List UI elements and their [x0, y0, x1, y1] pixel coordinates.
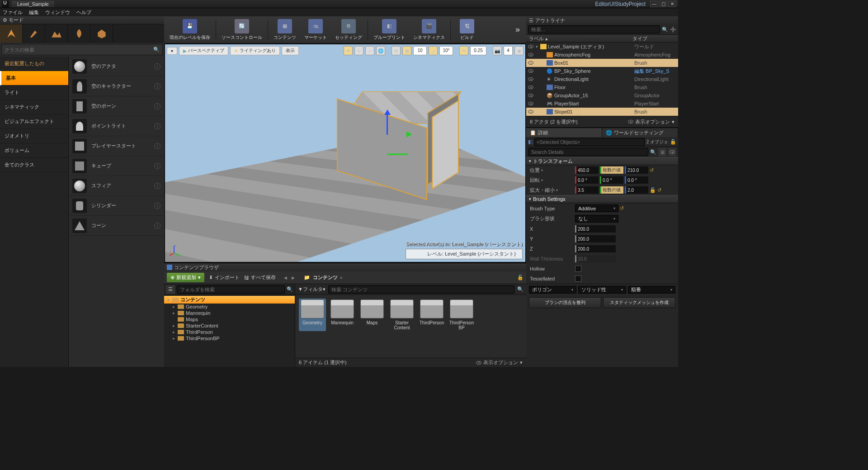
- reset-scale[interactable]: ↺: [657, 187, 661, 193]
- eye-icon[interactable]: [668, 148, 676, 156]
- rotation-z[interactable]: 0.0 °: [625, 176, 648, 184]
- location-z[interactable]: 210.0: [625, 166, 648, 174]
- location-y[interactable]: 複数の値: [600, 166, 623, 174]
- viewport-perspective[interactable]: ▶パースペクティブ: [179, 46, 228, 55]
- menu-edit[interactable]: 編集: [29, 9, 39, 16]
- outliner-box01[interactable]: Box01Brush: [526, 59, 678, 67]
- section-transform[interactable]: ▾トランスフォーム: [526, 157, 678, 165]
- tab-world-settings[interactable]: 🌐 ワールドセッティング: [602, 128, 678, 137]
- geom-polygon-dropdown[interactable]: ポリゴン▾: [529, 286, 576, 294]
- toolbar-settings[interactable]: ⚙セッティング: [331, 17, 366, 43]
- tessellated-checkbox[interactable]: [575, 275, 581, 282]
- tab-details[interactable]: 📋 詳細: [526, 128, 602, 137]
- angle-snap-toggle[interactable]: ◿: [429, 46, 438, 55]
- tree-starter[interactable]: ▸StarterContent: [164, 323, 295, 329]
- filter-button[interactable]: ▼フィルタ▾: [298, 286, 326, 293]
- grid-snap-toggle[interactable]: ▦: [402, 46, 411, 55]
- outliner-dlight[interactable]: ☀DirectionalLightDirectionalLight: [526, 75, 678, 83]
- viewport-menu[interactable]: ▾: [167, 47, 177, 55]
- folder-maps[interactable]: Maps: [359, 299, 386, 331]
- selected-objects-field[interactable]: [534, 138, 645, 146]
- category-vfx[interactable]: ビジュアルエフェクト: [0, 114, 68, 129]
- scale-x[interactable]: 3.5: [575, 186, 599, 194]
- camera-speed-value[interactable]: 4: [504, 46, 513, 55]
- menu-file[interactable]: ファイル: [3, 9, 23, 16]
- category-volumes[interactable]: ボリューム: [0, 143, 68, 158]
- close-button[interactable]: ✕: [668, 1, 676, 7]
- view-options[interactable]: 表示オプション▾: [476, 359, 523, 366]
- tree-content[interactable]: ▾コンテンツ: [164, 296, 295, 304]
- info-icon[interactable]: i: [154, 63, 160, 70]
- content-search-input[interactable]: [328, 285, 514, 294]
- level-tab[interactable]: Level_Sample: [12, 1, 54, 7]
- folder-geometry[interactable]: Geometry: [299, 299, 326, 331]
- tree-geometry[interactable]: ▸Geometry: [164, 304, 295, 310]
- camera-speed[interactable]: 📷: [493, 46, 502, 55]
- nav-forward[interactable]: ►: [291, 275, 296, 280]
- sources-toggle[interactable]: ☰: [166, 285, 175, 294]
- category-geometry[interactable]: ジオメトリ: [0, 129, 68, 143]
- grid-snap-value[interactable]: 10: [413, 46, 427, 55]
- category-basic[interactable]: 基本: [0, 71, 68, 85]
- mode-foliage[interactable]: [68, 24, 90, 43]
- outliner-floor[interactable]: FloorBrush: [526, 83, 678, 91]
- outliner-view-options[interactable]: 表示オプション▾: [628, 119, 675, 125]
- outliner-sky[interactable]: 🔵BP_Sky_Sphere編集 BP_Sky_S: [526, 67, 678, 75]
- category-recent[interactable]: 最近配置したもの: [0, 57, 68, 71]
- transform-rotate[interactable]: ↻: [354, 46, 363, 55]
- lock-icon[interactable]: 🔓: [517, 275, 524, 280]
- geom-order-dropdown[interactable]: 順番▾: [628, 286, 675, 294]
- details-search-input[interactable]: [528, 148, 648, 156]
- info-icon[interactable]: i: [154, 123, 160, 129]
- brush-z[interactable]: 200.0: [575, 245, 616, 252]
- menu-window[interactable]: ウィンドウ: [45, 9, 70, 16]
- add-new-button[interactable]: ⊕ 新規追加 ▾: [167, 273, 204, 282]
- toolbar-save[interactable]: 💾現在のレベルを保存: [166, 17, 214, 43]
- outliner-fog[interactable]: AtmosphericFogAtmosphericFog: [526, 51, 678, 59]
- viewport-show[interactable]: 表示: [282, 46, 299, 55]
- lock-icon[interactable]: 🔓: [670, 139, 676, 145]
- rotation-y[interactable]: 0.0 °: [600, 176, 623, 184]
- class-search-input[interactable]: [5, 47, 153, 52]
- info-icon[interactable]: i: [154, 103, 160, 109]
- column-label[interactable]: ラベル ▴: [529, 35, 632, 42]
- scale-y[interactable]: 複数の値: [600, 186, 623, 194]
- tree-thirdperson[interactable]: ▸ThirdPerson: [164, 329, 295, 335]
- viewport-lit[interactable]: ☀ライティングあり: [230, 46, 280, 55]
- toolbar-marketplace[interactable]: 🛍マーケット: [301, 17, 330, 43]
- mode-geometry[interactable]: [90, 24, 113, 43]
- transform-scale[interactable]: ⤢: [365, 46, 374, 55]
- category-cinematic[interactable]: シネマティック: [0, 100, 68, 114]
- rotation-x[interactable]: 0.0 °: [575, 176, 599, 184]
- viewport[interactable]: ▾ ▶パースペクティブ ☀ライティングあり 表示 ✥ ↻ ⤢ 🌐 ⊞ ▦ 10 …: [165, 44, 526, 262]
- info-icon[interactable]: i: [154, 223, 160, 229]
- info-icon[interactable]: i: [154, 163, 160, 169]
- category-lights[interactable]: ライト: [0, 85, 68, 100]
- create-static-mesh-button[interactable]: スタティックメッシュを作成: [603, 297, 675, 308]
- toolbar-content[interactable]: ▦コンテンツ: [270, 17, 300, 43]
- folder-thirdpersonbp[interactable]: ThirdPerson BP: [448, 299, 475, 331]
- toolbar-build[interactable]: 🏗ビルド: [453, 17, 481, 43]
- tree-maps[interactable]: Maps: [164, 316, 295, 323]
- section-brush[interactable]: ▾Brush Settings: [526, 195, 678, 203]
- align-vertices-button[interactable]: ブラシの頂点を整列: [529, 297, 601, 308]
- outliner-playerstart[interactable]: 🎮PlayerStartPlayerStart: [526, 100, 678, 108]
- folder-search-input[interactable]: [177, 285, 285, 294]
- info-icon[interactable]: i: [154, 143, 160, 149]
- asset-empty-actor[interactable]: 空のアクタi: [69, 57, 164, 76]
- reset-brush-type[interactable]: ↺: [620, 205, 624, 211]
- maximize-button[interactable]: ▢: [659, 1, 667, 7]
- scale-z[interactable]: 2.0: [625, 186, 648, 194]
- add-actor-icon[interactable]: ➕: [670, 27, 676, 33]
- coord-space[interactable]: 🌐: [376, 46, 385, 55]
- path-content[interactable]: コンテンツ: [313, 274, 338, 281]
- asset-sphere[interactable]: スフィアi: [69, 176, 164, 196]
- asset-empty-pawn[interactable]: 空のポーンi: [69, 96, 164, 116]
- brush-shape-dropdown[interactable]: なし▾: [575, 215, 618, 223]
- outliner-search-input[interactable]: [528, 25, 660, 33]
- toolbar-blueprints[interactable]: ◧ブループリント: [370, 17, 409, 43]
- folder-thirdperson[interactable]: ThirdPerson: [418, 299, 445, 331]
- info-icon[interactable]: i: [154, 203, 160, 209]
- asset-cube[interactable]: キューブi: [69, 156, 164, 176]
- toolbar-source-control[interactable]: 🔄ソースコントロール: [218, 17, 266, 43]
